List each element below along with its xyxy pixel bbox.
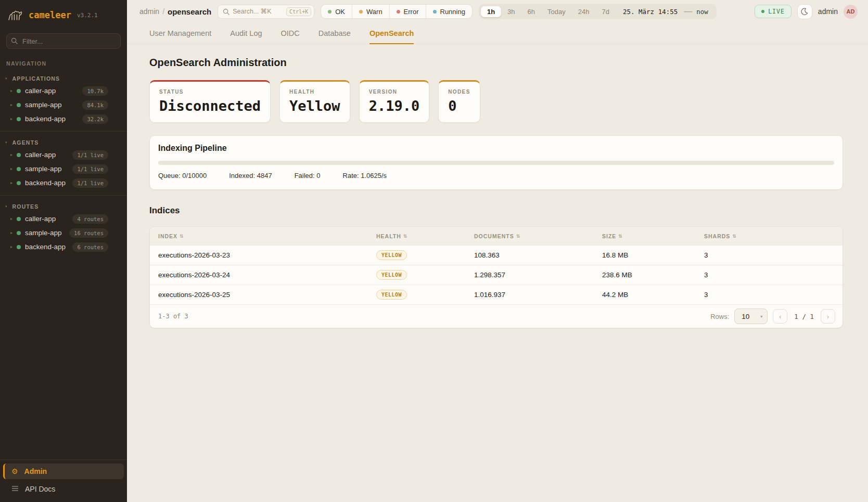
time-range-today[interactable]: Today: [541, 6, 572, 17]
cell-index: executions-2026-03-24: [150, 271, 368, 279]
indices-title: Indices: [149, 205, 843, 216]
health-value: Yellow: [289, 98, 340, 114]
pipeline-stats: Queue: 0/10000 Indexed: 4847 Failed: 0 R…: [158, 172, 834, 179]
col-header-size[interactable]: SIZE⇅: [594, 233, 696, 239]
error-dot: [397, 10, 400, 14]
table-row[interactable]: executions-2026-03-24 YELLOW 1.298.357 2…: [150, 265, 843, 285]
tab-database[interactable]: Database: [318, 29, 351, 44]
time-range-to[interactable]: now: [694, 8, 714, 16]
prev-page-button[interactable]: ‹: [773, 309, 787, 324]
sort-icon: ⇅: [180, 234, 184, 239]
shortcut-badge: Ctrl+K: [286, 7, 311, 16]
table-header-row: INDEX⇅ HEALTH⇅ DOCUMENTS⇅ SIZE⇅ SHARDS⇅: [150, 227, 843, 245]
status-dot: [17, 89, 21, 93]
section-applications[interactable]: ▾ APPLICATIONS: [0, 68, 127, 84]
filter-input[interactable]: [6, 33, 121, 49]
sidebar-item-applications-backend-app[interactable]: ▸ backend-app 32.2k: [0, 112, 127, 126]
indexing-pipeline-panel: Indexing Pipeline Queue: 0/10000 Indexed…: [149, 135, 843, 190]
routes-count-badge: 6 routes: [72, 242, 108, 252]
status-value: Disconnected: [159, 98, 261, 114]
cell-size: 238.6 MB: [594, 271, 696, 279]
section-routes[interactable]: ▾ ROUTES: [0, 196, 127, 212]
status-dot: [17, 217, 21, 221]
theme-toggle[interactable]: [797, 4, 812, 19]
sidebar-item-routes-sample-app[interactable]: ▸ sample-app 16 routes: [0, 226, 127, 240]
app-name: cameleer: [29, 10, 71, 20]
sidebar: cameleer v3.2.1 NAVIGATION ▾ APPLICATION…: [0, 0, 127, 502]
running-dot: [433, 10, 437, 14]
col-header-shards[interactable]: SHARDS⇅: [696, 233, 843, 239]
user-name: admin: [818, 7, 838, 16]
col-header-health[interactable]: HEALTH⇅: [368, 233, 466, 239]
next-page-button[interactable]: ›: [821, 309, 835, 324]
status-dot: [17, 245, 21, 249]
table-footer: 1-3 of 3 Rows: 10 ▾ ‹ 1 / 1 ›: [150, 304, 843, 328]
col-header-documents[interactable]: DOCUMENTS⇅: [466, 233, 594, 239]
sidebar-item-routes-caller-app[interactable]: ▸ caller-app 4 routes: [0, 212, 127, 226]
filter-chip-ok[interactable]: OK: [321, 5, 352, 18]
rows-per-page-label: Rows:: [710, 313, 729, 320]
chevron-right-icon: ▸: [10, 181, 17, 185]
col-header-index[interactable]: INDEX⇅: [150, 233, 368, 239]
version-value: 2.19.0: [369, 98, 420, 114]
sidebar-item-admin[interactable]: ⚙ Admin: [3, 464, 124, 479]
live-count-badge: 1/1 live: [72, 164, 108, 174]
main-area: admin / opensearch Ctrl+K OK Warn Error: [127, 0, 868, 502]
filter-chip-error[interactable]: Error: [389, 5, 426, 18]
sidebar-item-agents-sample-app[interactable]: ▸ sample-app 1/1 live: [0, 162, 127, 176]
time-range-7d[interactable]: 7d: [595, 6, 615, 17]
breadcrumb-parent[interactable]: admin: [139, 7, 159, 16]
filter-chip-running[interactable]: Running: [426, 5, 472, 18]
search-input[interactable]: [233, 8, 283, 15]
sidebar-item-agents-backend-app[interactable]: ▸ backend-app 1/1 live: [0, 176, 127, 190]
cell-documents: 1.298.357: [466, 271, 594, 279]
time-range-3h[interactable]: 3h: [501, 6, 521, 17]
chevron-down-icon: ▾: [5, 204, 7, 209]
page-indicator: 1 / 1: [793, 313, 815, 320]
filter-chip-warn[interactable]: Warn: [352, 5, 389, 18]
sidebar-item-agents-caller-app[interactable]: ▸ caller-app 1/1 live: [0, 148, 127, 162]
global-search[interactable]: Ctrl+K: [218, 5, 314, 19]
cell-index: executions-2026-03-25: [150, 291, 368, 299]
chevron-right-icon: ▸: [10, 117, 17, 121]
live-count-badge: 1/1 live: [72, 150, 108, 160]
page-content: OpenSearch Administration STATUS Disconn…: [127, 44, 868, 328]
ok-dot: [328, 10, 331, 14]
chevron-down-icon: ▾: [760, 314, 762, 319]
time-range-1h[interactable]: 1h: [481, 6, 501, 17]
table-row[interactable]: executions-2026-03-23 YELLOW 108.363 16.…: [150, 245, 843, 265]
gear-icon: ⚙: [11, 468, 18, 475]
sidebar-item-applications-caller-app[interactable]: ▸ caller-app 10.7k: [0, 84, 127, 98]
app-logo: cameleer v3.2.1: [0, 0, 127, 29]
pipeline-title: Indexing Pipeline: [158, 144, 834, 153]
tab-opensearch[interactable]: OpenSearch: [369, 29, 414, 44]
stat-card-status: STATUS Disconnected: [149, 80, 271, 123]
time-range-24h[interactable]: 24h: [572, 6, 596, 17]
status-filter-group: OK Warn Error Running: [321, 4, 473, 19]
tab-oidc[interactable]: OIDC: [281, 29, 300, 44]
sidebar-item-api-docs[interactable]: API Docs: [3, 481, 124, 497]
sidebar-item-routes-backend-app[interactable]: ▸ backend-app 6 routes: [0, 240, 127, 254]
list-icon: [11, 484, 19, 494]
tab-audit-log[interactable]: Audit Log: [230, 29, 262, 44]
pipeline-progress-bar: [158, 161, 834, 165]
count-badge: 84.1k: [82, 100, 108, 110]
stat-cards: STATUS Disconnected HEALTH Yellow VERSIO…: [149, 80, 843, 123]
nav-section-label: NAVIGATION: [0, 51, 127, 68]
time-range-6h[interactable]: 6h: [521, 6, 541, 17]
rows-per-page-select[interactable]: 10 ▾: [734, 308, 768, 324]
avatar[interactable]: AD: [844, 5, 858, 19]
chevron-right-icon: ▸: [10, 102, 17, 107]
time-range-from[interactable]: 25. März 14:55: [616, 8, 682, 16]
cell-health: YELLOW: [368, 250, 466, 260]
live-indicator[interactable]: LIVE: [755, 5, 792, 18]
sidebar-item-applications-sample-app[interactable]: ▸ sample-app 84.1k: [0, 98, 127, 112]
stat-card-health: HEALTH Yellow: [279, 80, 350, 123]
tab-user-management[interactable]: User Management: [149, 29, 211, 44]
chevron-down-icon: ▾: [5, 140, 7, 145]
app-version: v3.2.1: [77, 12, 98, 19]
health-badge: YELLOW: [376, 270, 407, 280]
moon-icon: [801, 8, 808, 15]
section-agents[interactable]: ▾ AGENTS: [0, 132, 127, 148]
table-row[interactable]: executions-2026-03-25 YELLOW 1.016.937 4…: [150, 285, 843, 304]
